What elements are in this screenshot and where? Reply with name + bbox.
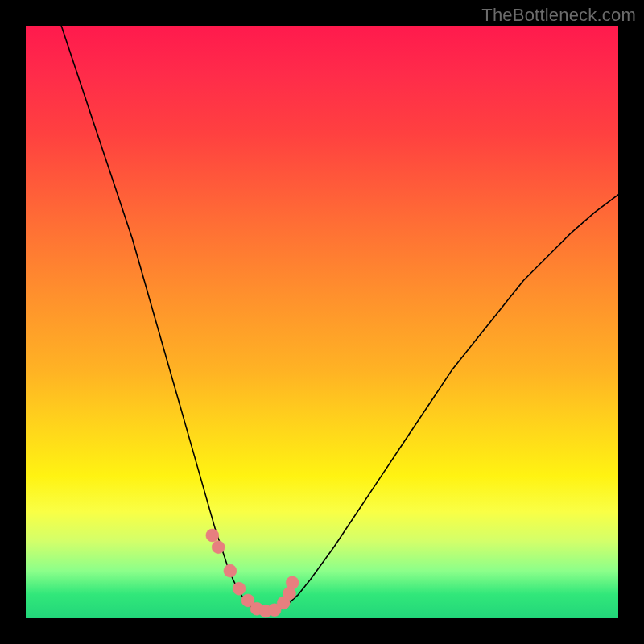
marker-point <box>212 541 225 554</box>
marker-group <box>206 529 299 617</box>
marker-point <box>206 529 219 542</box>
marker-point <box>224 564 237 577</box>
chart-svg <box>26 26 618 618</box>
marker-point <box>286 576 299 589</box>
series-curve <box>61 26 618 613</box>
chart-frame: TheBottleneck.com <box>0 0 644 644</box>
marker-point <box>233 582 246 595</box>
chart-plot-area <box>26 26 618 618</box>
watermark-text: TheBottleneck.com <box>481 5 636 26</box>
